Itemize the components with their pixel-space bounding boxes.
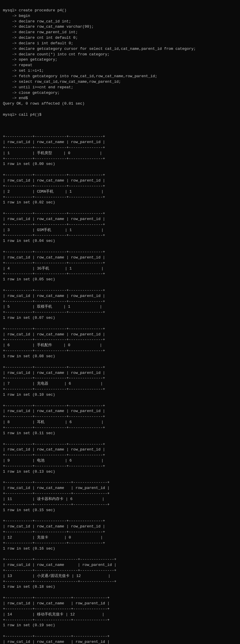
call-p4-line: mysql> call p4()$ xyxy=(3,112,42,117)
code-line-10: -> repeat xyxy=(3,63,32,67)
table-block-6: +------------+--------------+-----------… xyxy=(3,359,237,398)
table-block-5: +------------+--------------+-----------… xyxy=(3,321,237,359)
code-line-13: -> select row_cat_id,row_cat_name,row_pa… xyxy=(3,80,121,84)
code-line-16: -> end$ xyxy=(3,96,28,100)
create-procedure-block: mysql> create procedure p4() -> begin ->… xyxy=(3,8,237,118)
table-block-11: +------------+-------------------+------… xyxy=(3,551,237,590)
code-line-5: -> declare cnt int default 0; xyxy=(3,36,78,40)
code-line-14: -> until i>=cnt end repeat; xyxy=(3,85,73,89)
table-block-8: +------------+--------------+-----------… xyxy=(3,436,237,475)
code-line-7: -> declare getcategory cursor for select… xyxy=(3,47,196,51)
table-block-10: +------------+--------------+-----------… xyxy=(3,513,237,551)
code-line-12: -> fetch getcategory into row_cat_id,row… xyxy=(3,74,157,78)
table-block-7: +------------+--------------+-----------… xyxy=(3,398,237,436)
code-line-9: -> open getcategory; xyxy=(3,57,57,62)
terminal-window: mysql> create procedure p4() -> begin ->… xyxy=(3,2,237,644)
table-block-3: +------------+--------------+-----------… xyxy=(3,244,237,282)
code-line-4: -> declare row_parent_id int; xyxy=(3,30,78,34)
query-ok-1: Query OK, 0 rows affected (0.01 sec) xyxy=(3,101,85,106)
table-block-0: +------------+--------------+-----------… xyxy=(3,129,237,167)
tables-container: +------------+--------------+-----------… xyxy=(3,129,237,644)
code-line-1: -> begin xyxy=(3,14,30,18)
table-block-12: +------------+----------------+---------… xyxy=(3,590,237,628)
code-line-15: -> close getcategory; xyxy=(3,91,60,95)
table-block-1: +------------+--------------+-----------… xyxy=(3,167,237,205)
code-line-6: -> declare i int default 0; xyxy=(3,41,73,45)
prompt-line: mysql> create procedure p4() xyxy=(3,8,66,13)
code-line-3: -> declare row_cat_name varchar(90); xyxy=(3,24,94,29)
code-line-2: -> declare row_cat_id int; xyxy=(3,19,71,24)
code-line-8: -> declare count(*) into cnt from catego… xyxy=(3,52,110,57)
code-line-11: -> set i:=i+1; xyxy=(3,68,44,73)
table-block-2: +------------+--------------+-----------… xyxy=(3,205,237,244)
table-block-4: +------------+--------------+-----------… xyxy=(3,282,237,321)
table-block-9: +------------+----------------+---------… xyxy=(3,475,237,513)
table-block-13: +------------+----------------+---------… xyxy=(3,628,237,644)
